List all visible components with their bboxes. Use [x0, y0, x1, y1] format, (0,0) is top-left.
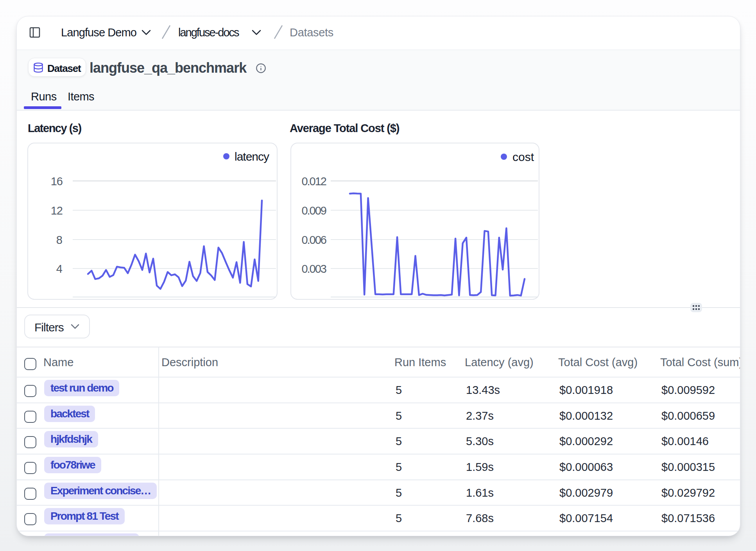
svg-text:4: 4: [56, 263, 63, 275]
svg-text:0.006: 0.006: [301, 234, 326, 246]
svg-text:0.012: 0.012: [301, 175, 326, 188]
svg-text:0.009: 0.009: [301, 204, 326, 217]
svg-text:16: 16: [51, 175, 63, 188]
svg-text:8: 8: [56, 234, 63, 246]
svg-text:latency: latency: [235, 150, 269, 163]
svg-text:cost: cost: [512, 150, 534, 163]
svg-text:0.003: 0.003: [301, 263, 326, 275]
svg-text:12: 12: [51, 204, 63, 217]
